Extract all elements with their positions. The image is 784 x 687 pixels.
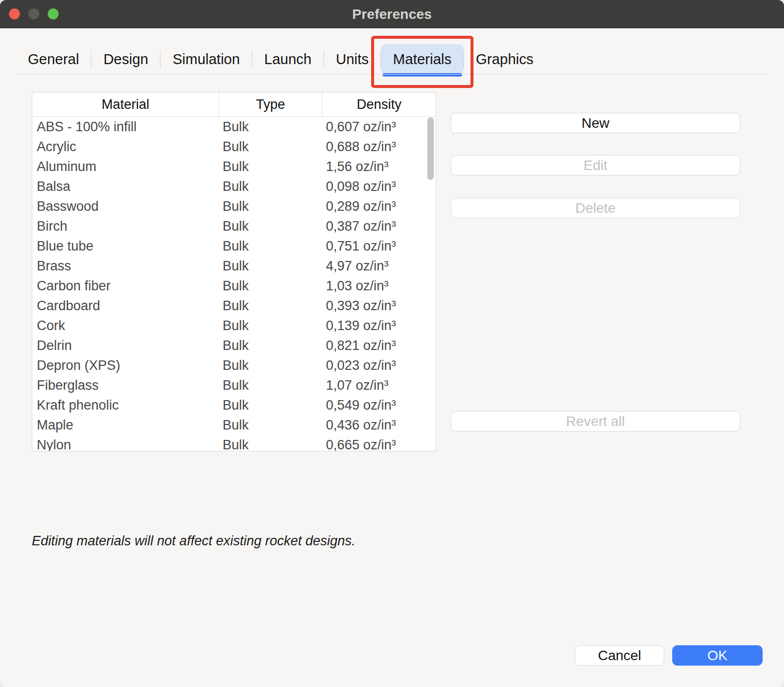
cell-material: Cardboard: [32, 296, 219, 316]
table-row[interactable]: Nylon Bulk 0,665 oz/in³: [32, 435, 436, 451]
cell-type: Bulk: [219, 236, 322, 256]
cell-density: 0,393 oz/in³: [322, 296, 436, 316]
cell-type: Bulk: [219, 296, 322, 316]
vertical-scrollbar-thumb[interactable]: [427, 117, 434, 180]
tab-simulation[interactable]: Simulation: [160, 44, 251, 74]
ok-button[interactable]: OK: [672, 645, 763, 666]
table-row[interactable]: Carbon fiber Bulk 1,03 oz/in³: [32, 276, 436, 296]
cell-density: 0,289 oz/in³: [322, 196, 436, 216]
cell-material: Basswood: [32, 196, 219, 216]
cell-type: Bulk: [219, 375, 322, 395]
table-row[interactable]: Delrin Bulk 0,821 oz/in³: [32, 336, 436, 355]
cell-material: Maple: [32, 415, 219, 435]
table-row[interactable]: Basswood Bulk 0,289 oz/in³: [32, 196, 436, 216]
cell-density: 0,387 oz/in³: [322, 216, 436, 236]
cell-type: Bulk: [219, 355, 322, 375]
cell-type: Bulk: [219, 216, 322, 236]
table-row[interactable]: Cork Bulk 0,139 oz/in³: [32, 316, 436, 336]
column-header-density[interactable]: Density: [322, 92, 436, 116]
window-title: Preferences: [352, 6, 432, 22]
cell-density: 0,751 oz/in³: [322, 236, 436, 256]
cell-density: 0,139 oz/in³: [322, 316, 436, 336]
traffic-lights: [9, 8, 59, 19]
materials-note: Editing materials will not affect existi…: [32, 533, 355, 549]
preferences-window: Preferences GeneralDesignSimulationLaunc…: [0, 0, 784, 687]
cell-type: Bulk: [219, 336, 322, 355]
title-bar: Preferences: [0, 0, 784, 28]
cell-type: Bulk: [219, 316, 322, 336]
cell-material: Brass: [32, 256, 219, 276]
cell-density: 0,549 oz/in³: [322, 395, 436, 415]
table-row[interactable]: Acrylic Bulk 0,688 oz/in³: [32, 137, 436, 157]
table-row[interactable]: ABS - 100% infill Bulk 0,607 oz/in³: [32, 117, 436, 137]
table-row[interactable]: Maple Bulk 0,436 oz/in³: [32, 415, 436, 435]
cell-density: 0,665 oz/in³: [322, 435, 436, 451]
materials-table-body: ABS - 100% infill Bulk 0,607 oz/in³ Acry…: [32, 117, 436, 451]
tab-materials[interactable]: Materials: [381, 44, 464, 74]
cell-type: Bulk: [219, 137, 322, 157]
cell-density: 1,56 oz/in³: [322, 157, 436, 176]
cell-material: Balsa: [32, 176, 219, 196]
cell-material: Nylon: [32, 435, 219, 451]
tab-graphics[interactable]: Graphics: [464, 44, 546, 74]
cell-type: Bulk: [219, 117, 322, 137]
cell-material: ABS - 100% infill: [32, 117, 219, 137]
table-row[interactable]: Depron (XPS) Bulk 0,023 oz/in³: [32, 355, 436, 375]
new-button[interactable]: New: [451, 113, 740, 133]
table-row[interactable]: Kraft phenolic Bulk 0,549 oz/in³: [32, 395, 436, 415]
cell-density: 4,97 oz/in³: [322, 256, 436, 276]
cell-type: Bulk: [219, 256, 322, 276]
cell-material: Birch: [32, 216, 219, 236]
cell-type: Bulk: [219, 395, 322, 415]
cell-type: Bulk: [219, 196, 322, 216]
cell-material: Blue tube: [32, 236, 219, 256]
table-row[interactable]: Cardboard Bulk 0,393 oz/in³: [32, 296, 436, 316]
column-header-type[interactable]: Type: [219, 92, 322, 116]
materials-table: Material Type Density ABS - 100% infill …: [32, 92, 436, 451]
cell-density: 0,607 oz/in³: [322, 117, 436, 137]
cell-type: Bulk: [219, 157, 322, 176]
table-row[interactable]: Brass Bulk 4,97 oz/in³: [32, 256, 436, 276]
table-row[interactable]: Aluminum Bulk 1,56 oz/in³: [32, 157, 436, 176]
cell-material: Acrylic: [32, 137, 219, 157]
tab-design[interactable]: Design: [91, 44, 160, 74]
cell-type: Bulk: [219, 415, 322, 435]
materials-table-header: Material Type Density: [32, 92, 436, 117]
tab-bar: GeneralDesignSimulationLaunchUnitsMateri…: [16, 44, 546, 74]
cell-density: 0,688 oz/in³: [322, 137, 436, 157]
cell-material: Kraft phenolic: [32, 395, 219, 415]
table-row[interactable]: Fiberglass Bulk 1,07 oz/in³: [32, 375, 436, 395]
minimize-window-icon[interactable]: [28, 8, 39, 19]
tab-launch[interactable]: Launch: [252, 44, 323, 74]
cell-material: Carbon fiber: [32, 276, 219, 296]
revert-all-button[interactable]: Revert all: [451, 411, 740, 431]
cell-material: Aluminum: [32, 157, 219, 176]
cell-density: 1,03 oz/in³: [322, 276, 436, 296]
tab-divider-line: [16, 74, 768, 75]
cell-density: 0,098 oz/in³: [322, 176, 436, 196]
table-row[interactable]: Balsa Bulk 0,098 oz/in³: [32, 176, 436, 196]
close-window-icon[interactable]: [9, 8, 20, 19]
delete-button[interactable]: Delete: [451, 198, 740, 218]
cell-material: Depron (XPS): [32, 355, 219, 375]
cell-density: 0,821 oz/in³: [322, 336, 436, 355]
zoom-window-icon[interactable]: [48, 8, 59, 19]
cell-density: 0,023 oz/in³: [322, 355, 436, 375]
tab-general[interactable]: General: [16, 44, 91, 74]
cell-type: Bulk: [219, 435, 322, 451]
column-header-material[interactable]: Material: [32, 92, 219, 116]
edit-button[interactable]: Edit: [451, 155, 740, 175]
table-row[interactable]: Blue tube Bulk 0,751 oz/in³: [32, 236, 436, 256]
table-row[interactable]: Birch Bulk 0,387 oz/in³: [32, 216, 436, 236]
cell-material: Fiberglass: [32, 375, 219, 395]
cell-density: 0,436 oz/in³: [322, 415, 436, 435]
cell-material: Cork: [32, 316, 219, 336]
cancel-button[interactable]: Cancel: [575, 645, 664, 666]
cell-material: Delrin: [32, 336, 219, 355]
cell-density: 1,07 oz/in³: [322, 375, 436, 395]
cell-type: Bulk: [219, 176, 322, 196]
tab-units[interactable]: Units: [324, 44, 381, 74]
cell-type: Bulk: [219, 276, 322, 296]
